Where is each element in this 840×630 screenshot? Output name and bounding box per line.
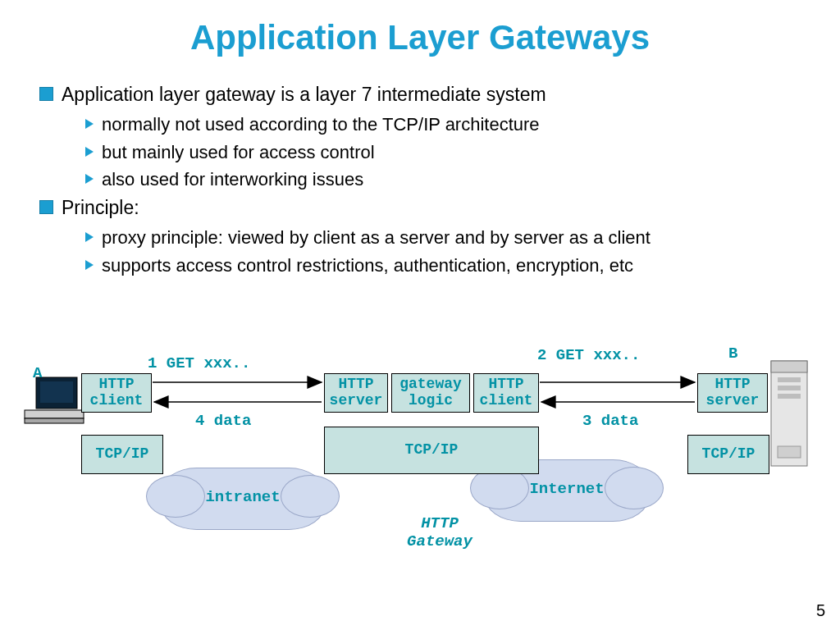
page-number: 5 (816, 601, 825, 620)
diagram: intranet Internet HTTP client TCP/IP HTT… (0, 328, 840, 574)
sub-bullet-item: normally not used according to the TCP/I… (85, 112, 807, 137)
bullet-item: Application layer gateway is a layer 7 i… (39, 82, 807, 107)
sub-bullet-item: but mainly used for access control (85, 140, 807, 165)
bullet-text: supports access control restrictions, au… (102, 253, 633, 278)
bullet-text: Principle: (62, 195, 139, 221)
sub-bullet-item: supports access control restrictions, au… (85, 253, 807, 278)
square-bullet-icon (39, 200, 53, 214)
triangle-bullet-icon (85, 119, 94, 129)
triangle-bullet-icon (85, 174, 94, 184)
bullet-item: Principle: (39, 195, 807, 221)
sub-bullet-item: also used for interworking issues (85, 167, 807, 192)
triangle-bullet-icon (85, 232, 94, 242)
slide-title: Application Layer Gateways (0, 18, 840, 57)
bullet-text: also used for interworking issues (102, 167, 363, 192)
bullet-text: Application layer gateway is a layer 7 i… (62, 82, 546, 107)
arrows (0, 328, 840, 574)
triangle-bullet-icon (85, 147, 94, 157)
bullet-text: but mainly used for access control (102, 140, 375, 165)
square-bullet-icon (39, 87, 53, 101)
bullet-text: normally not used according to the TCP/I… (102, 112, 540, 137)
sub-bullet-item: proxy principle: viewed by client as a s… (85, 226, 807, 250)
bullet-text: proxy principle: viewed by client as a s… (102, 226, 651, 250)
bullet-list: Application layer gateway is a layer 7 i… (39, 82, 807, 281)
slide: Application Layer Gateways Application l… (0, 0, 840, 630)
triangle-bullet-icon (85, 260, 94, 270)
